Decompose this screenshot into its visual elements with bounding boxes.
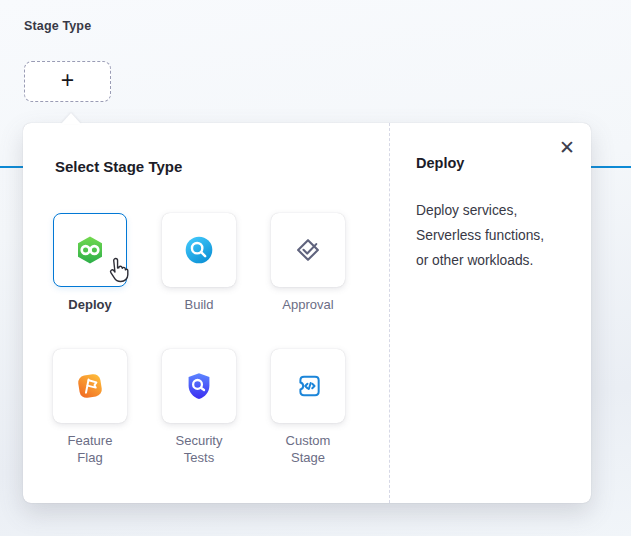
plus-icon: + [61,69,74,92]
stage-card-label: Approval [271,296,345,313]
stage-card-approval-tile[interactable] [271,213,345,287]
stage-card-security-tests[interactable]: Security Tests [162,349,236,466]
stage-card-feature-flag-tile[interactable] [53,349,127,423]
stage-card-deploy[interactable]: Deploy [53,213,127,313]
detail-description: Deploy services, Serverless functions, o… [416,198,591,273]
detail-description-line: Deploy services, [416,198,591,223]
stage-detail-panel: Deploy Deploy services, Serverless funct… [389,123,591,503]
stage-type-popover: Select Stage Type D [23,123,591,503]
stage-card-label: Security Tests [162,432,236,466]
custom-stage-code-icon [292,370,324,402]
cd-hexagon-icon [74,234,106,266]
stage-card-security-tests-tile[interactable] [162,349,236,423]
stage-card-label: Build [162,296,236,313]
stage-card-deploy-tile[interactable] [53,213,127,287]
stage-card-feature-flag[interactable]: Feature Flag [53,349,127,466]
detail-description-line: Serverless functions, [416,223,591,248]
stage-card-build[interactable]: Build [162,213,236,313]
detail-description-line: or other workloads. [416,248,591,273]
stage-card-label: Feature Flag [53,432,127,466]
stage-card-label: Custom Stage [271,432,345,466]
stage-card-label: Deploy [53,296,127,313]
popover-arrow [61,113,81,124]
stage-card-build-tile[interactable] [162,213,236,287]
stage-card-approval[interactable]: Approval [271,213,345,313]
stage-type-grid: Deploy Build [53,213,345,466]
pipeline-canvas: Stage Type + Select Stage Type [0,0,631,536]
close-icon: ✕ [559,138,575,157]
security-shield-magnifier-icon [183,370,215,402]
stage-card-custom-stage[interactable]: Custom Stage [271,349,345,466]
ci-circle-magnifier-icon [183,234,215,266]
add-stage-button[interactable]: + [24,61,111,102]
popover-title: Select Stage Type [55,158,182,175]
approval-diamond-check-icon [292,234,324,266]
stage-type-label: Stage Type [24,19,91,33]
stage-card-custom-stage-tile[interactable] [271,349,345,423]
close-button[interactable]: ✕ [555,135,579,159]
feature-flag-icon [74,370,106,402]
